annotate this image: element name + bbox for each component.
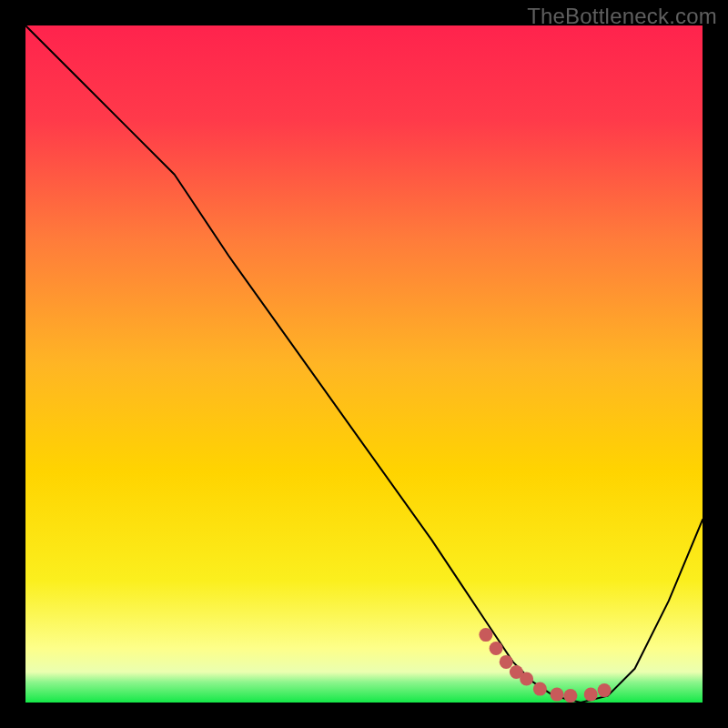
highlight-dot [533,682,547,696]
plot-frame [25,25,703,703]
highlight-dot [563,689,577,703]
highlight-dot [584,688,598,702]
highlight-dot [500,655,513,669]
highlight-dot [520,672,533,686]
chart-canvas [25,25,703,703]
highlight-dot [551,688,564,702]
highlight-dot [598,683,612,697]
watermark-text: TheBottleneck.com [527,4,717,29]
highlight-dot [479,628,492,642]
highlight-dot [490,642,503,655]
